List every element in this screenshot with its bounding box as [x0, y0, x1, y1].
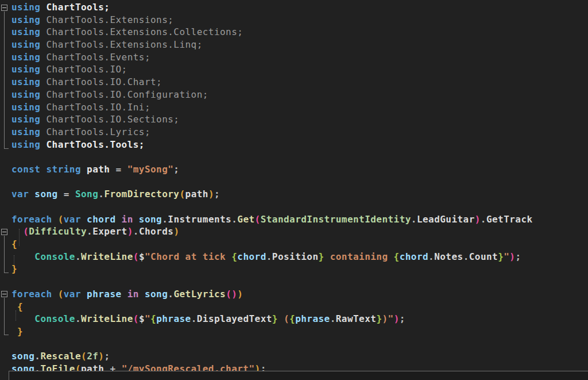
- code-line: using ChartTools;: [0, 1, 588, 14]
- code-token: )": [382, 313, 393, 324]
- code-token: Get: [237, 214, 254, 225]
- code-token: }: [498, 251, 504, 262]
- code-token: var: [11, 189, 34, 199]
- code-token: }: [11, 263, 17, 274]
- code-token: [11, 251, 34, 262]
- code-line: }: [0, 325, 588, 338]
- code-token: .: [191, 313, 197, 324]
- code-token: ;: [515, 251, 521, 262]
- code-token: (: [278, 313, 289, 324]
- code-token: (): [226, 289, 237, 300]
- code-token: (: [81, 351, 87, 362]
- code-token: }: [272, 313, 278, 324]
- code-token: }: [376, 313, 382, 324]
- code-token: =: [110, 164, 127, 175]
- code-token: DisplayedText: [197, 313, 272, 324]
- code-token: [11, 301, 17, 312]
- code-token: ChartTools.Extensions.Collections;: [47, 26, 243, 37]
- code-token: =: [58, 189, 75, 199]
- code-token: (: [58, 289, 64, 300]
- code-token: containing: [324, 251, 394, 262]
- code-token: WriteLine: [81, 251, 133, 262]
- code-token: Chords: [139, 226, 174, 237]
- code-line: using ChartTools.Events;: [0, 51, 588, 64]
- code-token: (: [133, 251, 139, 262]
- code-token: using: [11, 76, 47, 87]
- code-line: [0, 176, 588, 189]
- code-token: ): [208, 189, 214, 199]
- code-token: {: [150, 313, 156, 324]
- code-token: {: [17, 301, 23, 312]
- code-token: ): [98, 351, 104, 362]
- code-token: ChartTools.Lyrics;: [47, 126, 151, 137]
- code-token: WriteLine: [81, 313, 133, 324]
- code-token: .: [75, 251, 81, 262]
- code-token: (: [133, 313, 139, 324]
- code-token: ): [127, 226, 133, 237]
- code-token: }: [319, 251, 324, 262]
- code-token: Rescale: [40, 351, 81, 362]
- code-token: song: [145, 289, 168, 300]
- code-line: using ChartTools.Lyrics;: [0, 126, 588, 139]
- code-token: ): [237, 289, 243, 300]
- code-token: Song: [75, 189, 98, 199]
- code-token: .: [87, 226, 92, 237]
- code-line: const string path = "mySong";: [0, 163, 588, 176]
- code-token: using: [11, 126, 47, 137]
- code-token: (: [23, 226, 29, 237]
- code-token: Position: [272, 251, 319, 262]
- code-token: $: [139, 251, 145, 262]
- code-token: foreach: [11, 214, 58, 225]
- code-token: using: [11, 52, 47, 63]
- code-token: ChartTools;: [47, 2, 110, 13]
- code-token: chord: [87, 214, 122, 225]
- code-token: ;: [214, 189, 220, 199]
- code-token: ": [504, 251, 509, 262]
- code-token: .: [75, 313, 81, 324]
- code-line: using ChartTools.IO.Configuration;: [0, 89, 588, 101]
- code-token: ;: [173, 164, 179, 175]
- code-token: ;: [400, 313, 405, 324]
- code-token: using: [11, 26, 47, 37]
- code-token: .: [231, 214, 237, 225]
- code-line: foreach (var phrase in song.GetLyrics()): [0, 288, 588, 301]
- code-line: using ChartTools.IO.Sections;: [0, 113, 588, 126]
- code-area[interactable]: using ChartTools;using ChartTools.Extens…: [0, 1, 588, 375]
- code-token: [11, 313, 34, 324]
- code-token: {: [231, 251, 237, 262]
- code-line: [0, 338, 588, 351]
- code-token: "mySong": [127, 164, 174, 175]
- code-line: using ChartTools.IO;: [0, 63, 588, 76]
- code-token: .: [481, 214, 486, 225]
- code-token: Expert: [92, 226, 127, 237]
- code-line: song.Rescale(2f);: [0, 350, 588, 363]
- code-token: var: [64, 214, 87, 225]
- code-token: ): [509, 251, 515, 262]
- code-token: using: [11, 64, 47, 75]
- code-editor: using ChartTools;using ChartTools.Extens…: [0, 0, 588, 380]
- code-token: song: [11, 351, 34, 362]
- code-line: var song = Song.FromDirectory(path);: [0, 188, 588, 201]
- code-token: phrase: [295, 313, 330, 324]
- code-line: using ChartTools.IO.Chart;: [0, 76, 588, 89]
- bottom-panel-edge[interactable]: [9, 371, 588, 380]
- code-token: using: [11, 139, 47, 150]
- code-token: GetLyrics: [173, 289, 226, 300]
- code-token: GetTrack: [486, 214, 533, 225]
- code-token: ChartTools.IO.Ini;: [47, 102, 151, 113]
- code-token: {: [394, 251, 400, 262]
- code-token: Notes: [434, 251, 463, 262]
- code-token: $: [139, 313, 145, 324]
- code-line: {: [0, 301, 588, 313]
- code-token: ChartTools.IO;: [47, 64, 127, 75]
- code-token: ChartTools.Events;: [47, 52, 151, 63]
- code-token: Instruments: [168, 214, 231, 225]
- code-token: LeadGuitar: [417, 214, 475, 225]
- code-line: [0, 201, 588, 213]
- code-token: .: [463, 251, 469, 262]
- code-token: ChartTools.Extensions.Linq;: [47, 39, 203, 50]
- code-token: path: [87, 164, 110, 175]
- code-token: chord: [237, 251, 266, 262]
- code-line: using ChartTools.Tools;: [0, 139, 588, 151]
- code-token: path: [185, 189, 208, 199]
